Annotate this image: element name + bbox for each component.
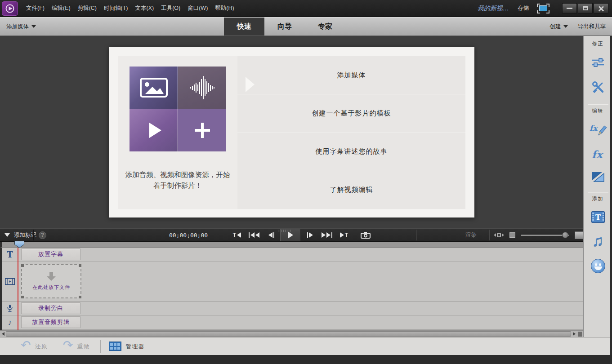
go-to-start-button[interactable] <box>246 229 263 241</box>
timeline-zoom-slider[interactable] <box>521 232 569 238</box>
video-tile <box>130 109 178 151</box>
graphics-button[interactable] <box>591 259 605 273</box>
audio-waveform-icon <box>190 76 214 99</box>
scrollbar-thumb[interactable] <box>6 331 571 337</box>
zoom-fit-button[interactable] <box>575 231 584 239</box>
list-item-titles-story[interactable]: 使用字幕讲述您的故事 <box>237 133 465 171</box>
titlebar: 文件(F) 编辑(E) 剪辑(C) 时间轴(T) 文本(X) 工具(O) 窗口(… <box>0 0 612 17</box>
media-dropzone[interactable]: 在此处放下文件 <box>21 264 81 298</box>
timeline-scrollbar[interactable] <box>0 330 583 337</box>
timeline-ruler[interactable] <box>0 242 583 248</box>
marker-menu-icon[interactable] <box>4 233 10 237</box>
frame-forward-button[interactable] <box>301 229 318 241</box>
menu-edit[interactable]: 编辑(E) <box>52 4 71 12</box>
window-edge <box>610 36 612 337</box>
menu-help[interactable]: 帮助(H) <box>215 4 234 12</box>
menu-window[interactable]: 窗口(W) <box>188 4 208 12</box>
tab-quick[interactable]: 快速 <box>224 18 264 36</box>
menu-text[interactable]: 文本(X) <box>135 4 154 12</box>
callout-pointer <box>246 77 255 92</box>
title-track-header: T <box>2 248 18 262</box>
undo-icon[interactable]: ↶ <box>21 339 31 351</box>
arrow-left-icon <box>2 332 4 336</box>
scroll-left-button[interactable] <box>0 331 6 337</box>
menubar: 文件(F) 编辑(E) 剪辑(C) 时间轴(T) 文本(X) 工具(O) 窗口(… <box>26 4 234 12</box>
title-track: T 放置字幕 <box>2 248 583 262</box>
snapshot-button[interactable] <box>357 229 374 241</box>
mode-toolbar: 添加媒体 快速 向导 专家 创建 导出和共享 <box>0 17 612 36</box>
play-icon <box>149 123 161 138</box>
svg-text:fx: fx <box>590 124 599 133</box>
title-track-icon: T <box>7 250 13 259</box>
help-icon[interactable]: ? <box>39 231 46 239</box>
menu-clip[interactable]: 剪辑(C) <box>78 4 97 12</box>
fx-icon: fx <box>591 148 605 161</box>
music-button[interactable]: ♫ <box>592 233 604 248</box>
redo-button[interactable]: 重做 <box>77 342 89 351</box>
tools-button[interactable] <box>591 80 605 94</box>
workspace-monitor-icon[interactable] <box>537 4 549 13</box>
audio-tile <box>178 67 226 109</box>
playhead-marker[interactable] <box>14 241 24 248</box>
prev-marker-button[interactable]: T <box>228 229 246 241</box>
undo-button[interactable]: 还原 <box>35 342 48 351</box>
redo-icon[interactable]: ↷ <box>63 339 73 351</box>
go-to-end-icon <box>322 232 326 238</box>
organizer-button[interactable]: 管理器 <box>125 342 144 351</box>
effects-button[interactable]: fx <box>591 148 605 161</box>
place-audio-button[interactable]: 放置音频剪辑 <box>21 316 80 328</box>
add-media-dropdown[interactable]: 添加媒体 <box>6 18 36 36</box>
zoom-slider-knob[interactable] <box>562 232 568 238</box>
export-share-button[interactable]: 导出和共享 <box>578 23 606 31</box>
welcome-panel: 添加音频、视频和图像资源，开始着手制作影片！ 添加媒体 创建一个基于影片的模板 … <box>109 47 474 218</box>
render-button[interactable]: 渲染 <box>465 231 477 239</box>
svg-text:T: T <box>595 213 601 222</box>
menu-tools[interactable]: 工具(O) <box>161 4 180 12</box>
panel-grip[interactable] <box>278 230 291 232</box>
prev-marker-icon <box>237 232 241 238</box>
window-edge <box>610 337 612 355</box>
list-item-add-media[interactable]: 添加媒体 <box>237 56 465 94</box>
adjust-button[interactable] <box>591 57 605 68</box>
record-narration-button[interactable]: 录制旁白 <box>21 302 80 314</box>
play-icon <box>288 231 293 239</box>
transport-controls: T T <box>228 229 374 241</box>
zoom-out-icon[interactable] <box>494 233 504 237</box>
monitor-panel: 添加音频、视频和图像资源，开始着手制作影片！ 添加媒体 创建一个基于影片的模板 … <box>0 36 583 228</box>
minimize-button[interactable] <box>562 3 577 13</box>
add-icon <box>195 123 210 138</box>
bottombar: ↶ 还原 ↷ 重做 管理器 <box>0 337 610 355</box>
tab-expert[interactable]: 专家 <box>305 18 345 36</box>
frame-back-button[interactable] <box>263 229 280 241</box>
timecode-display: 00;00;00;00 <box>169 232 208 239</box>
narration-track: 录制旁白 <box>2 302 583 315</box>
close-button[interactable] <box>594 3 608 13</box>
fx-edit-button[interactable]: fx <box>590 123 607 138</box>
menu-file[interactable]: 文件(F) <box>26 4 45 12</box>
export-share-label: 导出和共享 <box>578 23 606 31</box>
window-footer <box>0 355 612 364</box>
welcome-card: 添加音频、视频和图像资源，开始着手制作影片！ <box>118 56 237 209</box>
go-to-end-button[interactable] <box>318 229 335 241</box>
create-dropdown[interactable]: 创建 <box>550 23 568 31</box>
save-button[interactable]: 存储 <box>518 4 529 12</box>
playhead-line <box>18 248 18 330</box>
transitions-button[interactable] <box>592 172 604 182</box>
list-item-movie-template[interactable]: 创建一个基于影片的模板 <box>237 94 465 132</box>
place-title-button[interactable]: 放置字幕 <box>21 249 80 260</box>
list-item-learn-editing[interactable]: 了解视频编辑 <box>237 171 465 209</box>
titles-text-button[interactable]: T <box>591 211 605 223</box>
audio-track-header: ♪ <box>2 315 18 329</box>
maximize-button[interactable] <box>578 3 593 13</box>
zoom-min-icon[interactable] <box>509 232 515 238</box>
organizer-icon[interactable] <box>109 342 121 351</box>
arrow-right-icon <box>573 332 576 336</box>
next-marker-button[interactable]: T <box>335 229 353 241</box>
scroll-right-button[interactable] <box>571 331 577 337</box>
timeline-toolbar: 添加标记 ? 00;00;00;00 T T <box>0 228 583 242</box>
menu-timeline[interactable]: 时间轴(T) <box>104 4 128 12</box>
add-media-tile[interactable] <box>178 109 226 151</box>
adjust-icon <box>591 57 605 68</box>
tab-guided[interactable]: 向导 <box>264 18 305 36</box>
music-icon: ♫ <box>592 233 604 248</box>
